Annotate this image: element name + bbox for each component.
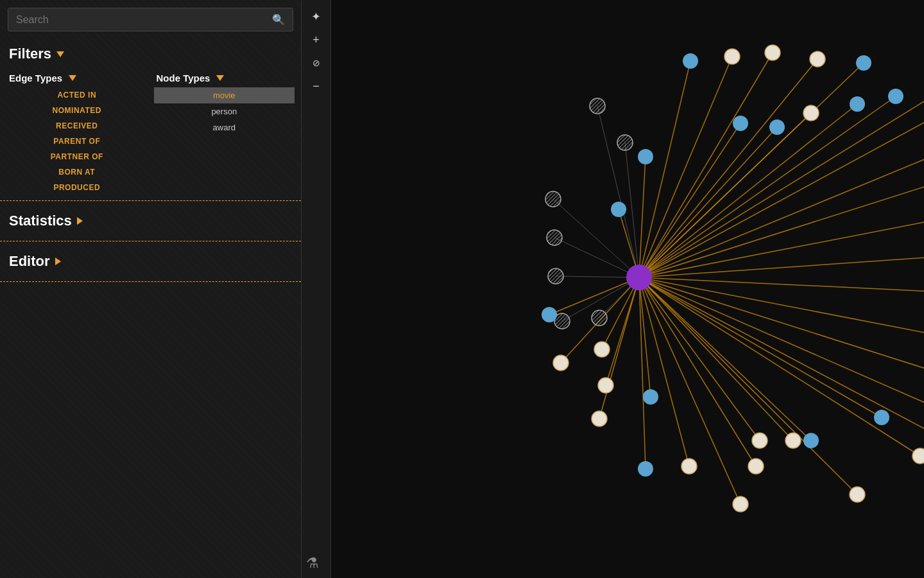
graph-toolbar: ✦ + ⊘ − ⚗ bbox=[302, 0, 331, 578]
zoom-out-button[interactable]: − bbox=[306, 76, 327, 96]
edge-type-parent-of[interactable]: PARENT OF bbox=[6, 134, 148, 149]
filter-button[interactable]: ⊘ bbox=[306, 53, 327, 73]
svg-point-47 bbox=[724, 49, 740, 64]
svg-point-57 bbox=[769, 119, 785, 135]
svg-line-16 bbox=[639, 277, 924, 295]
svg-line-10 bbox=[639, 123, 740, 277]
svg-line-45 bbox=[549, 277, 639, 315]
svg-point-72 bbox=[752, 433, 767, 448]
svg-point-69 bbox=[850, 487, 865, 502]
svg-point-80 bbox=[594, 342, 610, 357]
filters-arrow-icon bbox=[56, 51, 64, 57]
svg-point-92 bbox=[590, 98, 605, 114]
sidebar: 🔍 Filters Edge Types ACTED IN NOMINATED … bbox=[0, 0, 302, 578]
svg-point-88 bbox=[611, 202, 626, 217]
node-types-column: Node Types movie person award bbox=[154, 69, 295, 195]
editor-label: Editor bbox=[9, 253, 50, 270]
svg-line-17 bbox=[639, 277, 924, 348]
svg-line-9 bbox=[639, 113, 811, 277]
svg-line-22 bbox=[639, 277, 882, 417]
svg-point-79 bbox=[598, 378, 613, 393]
edge-types-arrow-icon bbox=[69, 75, 76, 81]
svg-point-76 bbox=[638, 461, 653, 477]
filters-header[interactable]: Filters bbox=[0, 39, 301, 69]
svg-line-8 bbox=[639, 104, 857, 277]
svg-point-74 bbox=[748, 459, 764, 474]
flask-icon[interactable]: ⚗ bbox=[306, 555, 319, 572]
edge-types-header[interactable]: Edge Types bbox=[6, 69, 148, 87]
svg-point-55 bbox=[803, 105, 819, 121]
filters-label: Filters bbox=[9, 46, 51, 62]
svg-point-73 bbox=[733, 496, 748, 512]
svg-point-85 bbox=[592, 310, 607, 326]
node-type-movie[interactable]: movie bbox=[154, 87, 295, 103]
svg-point-51 bbox=[888, 89, 903, 104]
statistics-header[interactable]: Statistics bbox=[0, 206, 301, 236]
svg-line-12 bbox=[639, 145, 924, 277]
svg-point-77 bbox=[643, 389, 658, 405]
node-types-header[interactable]: Node Types bbox=[154, 69, 295, 87]
editor-header[interactable]: Editor bbox=[0, 247, 301, 276]
svg-line-0 bbox=[639, 61, 690, 277]
statistics-label: Statistics bbox=[9, 213, 72, 229]
svg-point-54 bbox=[850, 96, 865, 112]
search-bar[interactable]: 🔍 bbox=[8, 8, 293, 31]
svg-line-42 bbox=[553, 199, 639, 277]
svg-point-94 bbox=[545, 191, 561, 207]
divider-2 bbox=[0, 241, 301, 241]
svg-line-40 bbox=[625, 143, 639, 277]
svg-point-97 bbox=[638, 149, 653, 164]
svg-point-68 bbox=[874, 410, 889, 425]
svg-point-98 bbox=[542, 307, 557, 322]
types-panel: Edge Types ACTED IN NOMINATED RECEIVED P… bbox=[0, 69, 301, 195]
svg-line-41 bbox=[597, 106, 639, 277]
edge-types-label: Edge Types bbox=[9, 73, 62, 83]
svg-line-44 bbox=[639, 157, 646, 277]
svg-point-96 bbox=[547, 230, 562, 245]
edge-type-received[interactable]: RECEIVED bbox=[6, 118, 148, 134]
move-tool-button[interactable]: ✦ bbox=[306, 6, 327, 27]
edge-types-column: Edge Types ACTED IN NOMINATED RECEIVED P… bbox=[6, 69, 148, 195]
node-type-award[interactable]: award bbox=[154, 119, 295, 136]
edge-type-nominated[interactable]: NOMINATED bbox=[6, 103, 148, 118]
search-icon: 🔍 bbox=[272, 13, 285, 26]
zoom-in-button[interactable]: + bbox=[306, 30, 327, 50]
svg-line-14 bbox=[639, 207, 924, 277]
node-types-arrow-icon bbox=[216, 75, 224, 81]
svg-point-78 bbox=[592, 411, 607, 426]
edge-type-partner-of[interactable]: PARTNER OF bbox=[6, 149, 148, 164]
graph-svg[interactable] bbox=[331, 0, 924, 578]
edge-type-acted-in[interactable]: ACTED IN bbox=[6, 87, 148, 103]
svg-point-50 bbox=[856, 55, 871, 71]
svg-point-71 bbox=[785, 433, 801, 448]
svg-point-87 bbox=[548, 268, 563, 284]
svg-point-46 bbox=[683, 53, 698, 69]
svg-point-56 bbox=[733, 116, 748, 131]
svg-line-26 bbox=[639, 277, 760, 441]
svg-point-75 bbox=[681, 459, 697, 474]
node-type-person[interactable]: person bbox=[154, 103, 295, 119]
editor-arrow-icon bbox=[55, 258, 61, 265]
search-input[interactable] bbox=[16, 14, 272, 26]
svg-point-99 bbox=[626, 265, 652, 290]
node-types-label: Node Types bbox=[157, 73, 210, 83]
svg-line-43 bbox=[554, 238, 639, 277]
graph-area: ✦ + ⊘ − ⚗ bbox=[302, 0, 924, 578]
divider-3 bbox=[0, 281, 301, 282]
edge-type-produced[interactable]: PRODUCED bbox=[6, 180, 148, 195]
svg-point-70 bbox=[803, 433, 819, 448]
svg-point-66 bbox=[912, 448, 924, 464]
svg-point-48 bbox=[765, 45, 780, 60]
svg-line-23 bbox=[639, 277, 857, 495]
svg-point-81 bbox=[553, 355, 569, 371]
svg-line-2 bbox=[639, 53, 773, 277]
statistics-arrow-icon bbox=[77, 217, 83, 225]
svg-line-3 bbox=[639, 59, 817, 277]
divider-1 bbox=[0, 200, 301, 201]
svg-point-90 bbox=[617, 135, 633, 150]
svg-point-49 bbox=[810, 51, 825, 67]
svg-line-15 bbox=[639, 252, 924, 277]
edge-type-born-at[interactable]: BORN AT bbox=[6, 164, 148, 180]
